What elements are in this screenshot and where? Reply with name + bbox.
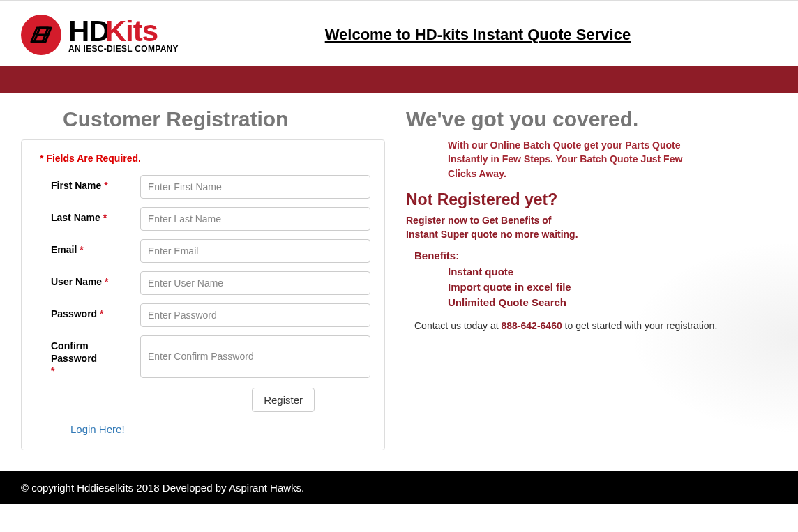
last-name-label: Last Name * [36,207,126,231]
password-label: Password * [36,303,126,327]
benefit-item: Import quote in excel file [448,280,770,295]
register-now-text: Register now to Get Benefits of Instant … [406,213,770,242]
form-row: User Name * [36,271,370,295]
benefits-list: Instant quote Import quote in excel file… [406,264,770,310]
benefit-item: Instant quote [448,264,770,280]
logo-tagline: AN IESC-DIESL COMPANY [68,45,179,53]
required-note: * Fields Are Required. [40,153,370,164]
register-button[interactable]: Register [252,388,315,412]
login-link[interactable]: Login Here! [70,423,125,435]
info-promo: With our Online Batch Quote get your Par… [406,138,713,181]
info-panel: We've got you covered. With our Online B… [406,107,777,450]
form-row: Last Name * [36,207,370,231]
last-name-input[interactable] [140,207,370,231]
logo: HD Kits AN IESC-DIESL COMPANY [21,15,179,55]
form-row: Email * [36,239,370,263]
registration-panel: Customer Registration * Fields Are Requi… [21,107,385,450]
confirm-password-label: Confirm Password* [36,335,126,378]
password-input[interactable] [140,303,370,327]
contact-phone: 888-642-6460 [502,320,562,331]
email-label: Email * [36,239,126,263]
page-title: Welcome to HD-kits Instant Quote Service [179,26,777,44]
not-registered-heading: Not Registered yet? [406,190,770,209]
benefit-item: Unlimited Quote Search [448,295,770,310]
logo-text: HD Kits AN IESC-DIESL COMPANY [68,17,179,53]
registration-form: * Fields Are Required. First Name * Last… [21,139,385,450]
header: HD Kits AN IESC-DIESL COMPANY Welcome to… [0,1,798,66]
contact-text: Contact us today at 888-642-6460 to get … [406,320,770,331]
info-title: We've got you covered. [406,107,770,131]
email-input[interactable] [140,239,370,263]
header-band [0,66,798,93]
footer: © copyright Hddieselkits 2018 Developed … [0,471,798,504]
form-actions: Register [36,388,370,412]
form-row: First Name * [36,175,370,199]
form-row: Confirm Password* [36,335,370,378]
logo-icon [21,15,61,55]
first-name-label: First Name * [36,175,126,199]
logo-black: HD [68,17,110,46]
registration-heading: Customer Registration [21,107,385,131]
logo-red: Kits [105,17,158,46]
user-name-label: User Name * [36,271,126,295]
benefits-label: Benefits: [406,250,770,261]
form-row: Password * [36,303,370,327]
main: Customer Registration * Fields Are Requi… [0,93,798,471]
confirm-password-input[interactable] [140,335,370,378]
user-name-input[interactable] [140,271,370,295]
first-name-input[interactable] [140,175,370,199]
